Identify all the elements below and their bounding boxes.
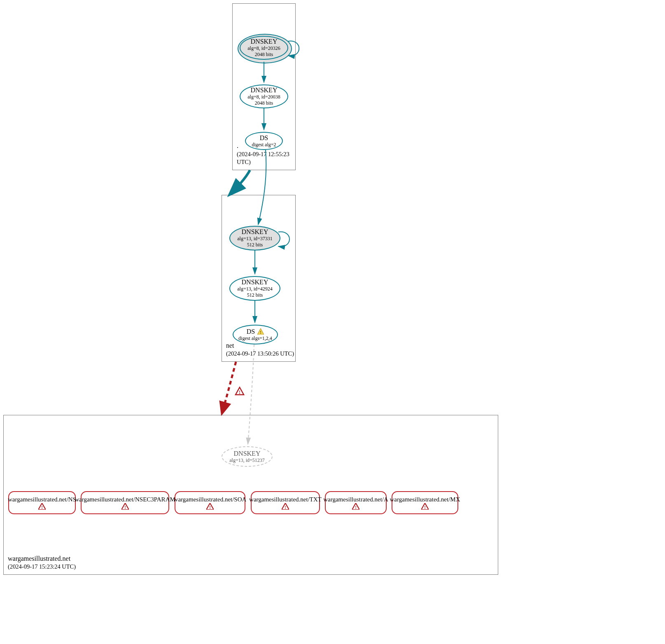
root-zsk: DNSKEY alg=8, id=20038 2048 bits [240, 84, 288, 108]
domain-dnskey-d1: alg=13, id=51237 [229, 457, 265, 464]
rrset-ns: wargamesillustrated.net/NS ! [8, 491, 76, 514]
svg-text:!: ! [285, 504, 286, 509]
zone-domain-name: wargamesillustrated.net [8, 554, 76, 563]
rrset-nsec3param: wargamesillustrated.net/NSEC3PARAM ! [81, 491, 169, 514]
svg-text:!: ! [209, 504, 211, 509]
net-ksk-d2: 512 bits [237, 242, 273, 248]
net-ds-d1: digest algs=1,2,4 [238, 335, 272, 342]
net-zsk: DNSKEY alg=13, id=42924 512 bits [229, 276, 280, 301]
root-ds: DS digest alg=2 [245, 132, 283, 150]
net-ksk: DNSKEY alg=13, id=37331 512 bits [229, 226, 280, 251]
root-ksk: DNSKEY alg=8, id=20326 2048 bits [240, 36, 288, 60]
svg-text:!: ! [260, 330, 261, 335]
warning-icon: ! [257, 328, 264, 335]
svg-marker-14 [236, 387, 244, 395]
rrset-a-label: wargamesillustrated.net/A [323, 496, 388, 503]
rrset-a: wargamesillustrated.net/A ! [325, 491, 387, 514]
root-zsk-d1: alg=8, id=20038 [247, 94, 280, 100]
error-icon: ! [121, 503, 129, 510]
svg-text:!: ! [124, 504, 126, 509]
net-ds-title: DS [247, 328, 255, 335]
root-ksk-title: DNSKEY [247, 38, 280, 45]
rrset-soa-label: wargamesillustrated.net/SOA [174, 496, 247, 503]
zone-net-ts: (2024-09-17 13:50:26 UTC) [226, 350, 294, 358]
svg-text:!: ! [41, 504, 43, 509]
net-ds: DS ! digest algs=1,2,4 [233, 325, 278, 344]
svg-text:!: ! [239, 389, 240, 395]
rrset-mx-label: wargamesillustrated.net/MX [390, 496, 460, 503]
zone-root-ts: (2024-09-17 12:55:23 UTC) [237, 150, 295, 166]
error-icon: ! [282, 503, 289, 510]
rrset-nsec3param-label: wargamesillustrated.net/NSEC3PARAM [75, 496, 175, 503]
net-ksk-d1: alg=13, id=37331 [237, 236, 273, 242]
rrset-mx: wargamesillustrated.net/MX ! [392, 491, 458, 514]
domain-dnskey-title: DNSKEY [229, 450, 265, 457]
root-ksk-d2: 2048 bits [247, 52, 280, 58]
root-zsk-title: DNSKEY [247, 87, 280, 94]
rrset-txt: wargamesillustrated.net/TXT ! [251, 491, 320, 514]
root-ds-title: DS [252, 134, 276, 142]
domain-dnskey: DNSKEY alg=13, id=51237 [222, 446, 273, 467]
error-icon: ! [206, 503, 214, 510]
error-icon: ! [352, 503, 359, 510]
error-icon: ! [421, 503, 429, 510]
svg-text:!: ! [355, 504, 357, 509]
root-ksk-d1: alg=8, id=20326 [247, 45, 280, 52]
root-zsk-d2: 2048 bits [247, 100, 280, 106]
net-zsk-title: DNSKEY [237, 279, 273, 286]
rrset-soa: wargamesillustrated.net/SOA ! [175, 491, 245, 514]
net-zsk-d2: 512 bits [237, 292, 273, 298]
error-icon: ! [38, 503, 46, 510]
svg-text:!: ! [424, 504, 426, 509]
rrset-txt-label: wargamesillustrated.net/TXT [249, 496, 322, 503]
zone-domain-ts: (2024-09-17 15:23:24 UTC) [8, 563, 76, 571]
rrset-ns-label: wargamesillustrated.net/NS [8, 496, 76, 503]
net-ksk-title: DNSKEY [237, 228, 273, 236]
root-ds-d1: digest alg=2 [252, 142, 276, 148]
net-zsk-d1: alg=13, id=42924 [237, 286, 273, 292]
